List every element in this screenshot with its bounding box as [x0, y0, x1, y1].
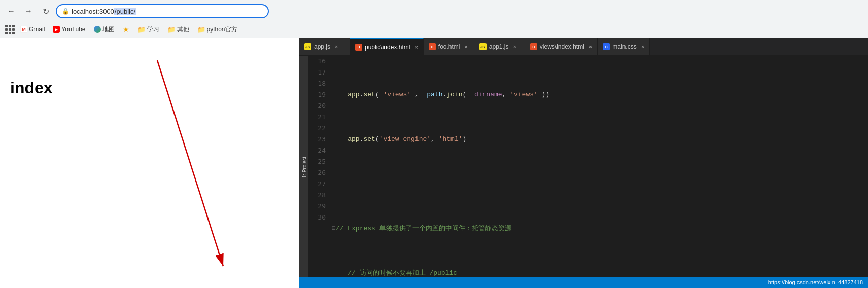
- code-line-16: app.set( 'views' , path.join(__dirname, …: [332, 89, 868, 100]
- tab-public-index-label: public\index.html: [365, 44, 410, 51]
- forward-icon: →: [24, 7, 32, 16]
- vscode-body: 1: Project 16 17 18 19 20 21 22 23 24 25…: [299, 56, 868, 277]
- page-heading: index: [10, 79, 289, 97]
- star-icon: ★: [123, 25, 129, 33]
- browser-chrome: ← → ↻ 🔒 localhost:3000/public/ M Gmail: [0, 0, 868, 38]
- bookmark-star1[interactable]: ★: [120, 24, 132, 34]
- css-icon: C: [603, 43, 610, 50]
- js-icon-2: JS: [479, 43, 487, 50]
- tab-close-views-index[interactable]: ×: [589, 44, 592, 50]
- tab-main-css-label: main.css: [612, 43, 636, 50]
- tab-app-js[interactable]: JS app.js ×: [299, 38, 350, 56]
- vscode-editor: JS app.js × H public\index.html × H foo.…: [299, 38, 868, 288]
- bookmark-youtube[interactable]: ▶ YouTube: [50, 25, 88, 34]
- line-numbers: 16 17 18 19 20 21 22 23 24 25 26 27 28 2…: [308, 56, 330, 277]
- bookmark-youtube-label: YouTube: [61, 26, 85, 33]
- folder-python-icon: 📁: [197, 26, 205, 33]
- vscode-sidebar: 1: Project: [299, 56, 308, 277]
- browser-page: index: [0, 38, 299, 107]
- tab-foo-html[interactable]: H foo.html ×: [424, 38, 474, 56]
- tab-foo-html-label: foo.html: [438, 43, 460, 50]
- bookmark-python-label: python官方: [207, 25, 237, 34]
- code-editor[interactable]: 16 17 18 19 20 21 22 23 24 25 26 27 28 2…: [308, 56, 868, 277]
- back-icon: ←: [7, 7, 15, 16]
- html-icon-2: H: [429, 43, 436, 50]
- code-line-19: ⊟// Express 单独提供了一个内置的中间件：托管静态资源: [332, 223, 868, 234]
- code-line-17: app.set('view engine', 'html'): [332, 134, 868, 145]
- tab-views-index-label: views\index.html: [540, 43, 584, 50]
- apps-button[interactable]: [4, 24, 15, 35]
- nav-bar: ← → ↻ 🔒 localhost:3000/public/: [0, 0, 868, 22]
- address-suffix: /public/: [114, 8, 136, 15]
- js-icon: JS: [304, 43, 311, 50]
- tab-views-index[interactable]: H views\index.html ×: [525, 38, 598, 56]
- forward-button[interactable]: →: [21, 4, 36, 18]
- bookmark-gmail-label: Gmail: [29, 26, 45, 33]
- bookmark-maps-label: 地图: [102, 25, 115, 34]
- code-content: app.set( 'views' , path.join(__dirname, …: [330, 56, 868, 277]
- tab-close-foo-html[interactable]: ×: [465, 44, 468, 50]
- tab-app-js-label: app.js: [314, 43, 330, 50]
- tab-public-index[interactable]: H public\index.html ×: [350, 38, 424, 56]
- address-bar[interactable]: 🔒 localhost:3000/public/: [56, 4, 269, 18]
- bookmark-gmail[interactable]: M Gmail: [17, 25, 48, 34]
- address-text: localhost:3000/public/: [72, 8, 136, 15]
- bookmark-study[interactable]: 📁 学习: [134, 24, 162, 35]
- vscode-tabs: JS app.js × H public\index.html × H foo.…: [299, 38, 868, 56]
- left-section: index: [0, 38, 299, 288]
- code-line-18: [332, 178, 868, 190]
- bookmarks-bar: M Gmail ▶ YouTube 地图 ★ 📁 学习 📁 其他 📁 pytho…: [0, 22, 868, 38]
- folder-study-icon: 📁: [137, 26, 146, 33]
- tab-app1-js[interactable]: JS app1.js ×: [474, 38, 525, 56]
- bookmark-study-label: 学习: [147, 25, 159, 34]
- statusbar-url: https://blog.csdn.net/weixin_44827418: [768, 279, 863, 285]
- bookmark-python[interactable]: 📁 python官方: [194, 24, 240, 35]
- folder-other-icon: 📁: [167, 26, 176, 33]
- main-content: index JS app.js ×: [0, 38, 868, 288]
- address-prefix: localhost:3000: [72, 8, 114, 15]
- reload-button[interactable]: ↻: [39, 4, 53, 18]
- bookmark-maps[interactable]: 地图: [91, 24, 118, 35]
- tab-close-app-js[interactable]: ×: [335, 44, 338, 50]
- gmail-icon: M: [20, 26, 27, 33]
- code-line-20: // 访问的时候不要再加上 /public: [332, 268, 868, 277]
- tab-close-app1-js[interactable]: ×: [513, 44, 516, 50]
- tab-app1-js-label: app1.js: [489, 43, 509, 50]
- youtube-icon: ▶: [53, 26, 60, 33]
- project-label: 1: Project: [301, 154, 308, 181]
- back-button[interactable]: ←: [4, 4, 18, 18]
- tab-main-css[interactable]: C main.css ×: [598, 38, 650, 56]
- bookmark-other[interactable]: 📁 其他: [164, 24, 192, 35]
- tab-close-public-index[interactable]: ×: [414, 44, 418, 50]
- bookmark-other-label: 其他: [177, 25, 189, 34]
- reload-icon: ↻: [43, 7, 49, 16]
- lock-icon: 🔒: [62, 8, 70, 15]
- html-icon-1: H: [355, 44, 362, 51]
- tab-close-main-css[interactable]: ×: [641, 44, 644, 50]
- apps-grid-icon: [5, 25, 15, 34]
- html-icon-3: H: [530, 43, 537, 50]
- vscode-statusbar: https://blog.csdn.net/weixin_44827418: [299, 277, 868, 288]
- maps-icon: [94, 26, 101, 33]
